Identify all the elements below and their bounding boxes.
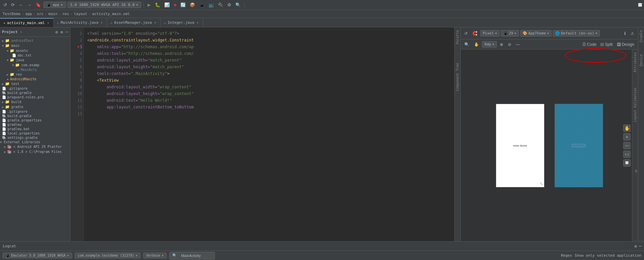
regex-label[interactable]: Regex — [561, 253, 572, 258]
toolbar-btn-bookmark[interactable]: 🔖 — [34, 2, 42, 8]
tab-mainactivity-java[interactable]: ☕ MainActivity.java × — [54, 18, 107, 27]
sidebar-gear-btn[interactable]: ⚙ — [61, 30, 63, 34]
tree-item-mainactivity[interactable]: ☕ MainActi — [0, 68, 70, 72]
logcat-label[interactable]: Logcat — [3, 244, 16, 248]
pixel-dropdown[interactable]: Pixel ▾ — [480, 30, 500, 36]
pan-btn[interactable]: ✋ — [472, 41, 481, 48]
toolbar-btn-forward[interactable]: → — [26, 2, 33, 8]
warnings-btn[interactable]: ⚠ — [629, 30, 636, 37]
profile-btn[interactable]: 📊 — [163, 2, 171, 8]
palette-tab[interactable]: Palette — [455, 27, 460, 47]
tab-close-btn[interactable]: × — [196, 21, 199, 24]
breadcrumb-main[interactable]: main — [49, 12, 58, 16]
attributes-tab[interactable]: Attributes — [633, 50, 638, 75]
locale-dropdown[interactable]: 🌐 Default (en-us) ▾ — [553, 30, 600, 36]
run-btn[interactable]: ▶ — [146, 2, 152, 8]
maximize-btn[interactable]: ⬜ — [638, 3, 642, 7]
toolbar-btn-refresh[interactable]: ↺ — [2, 2, 8, 8]
blueprint-preview[interactable] — [554, 104, 603, 187]
stop-btn[interactable]: ■ — [172, 2, 178, 8]
tree-item-abc-txt[interactable]: 📄 abc.txt — [0, 53, 70, 58]
fit-screen-btn[interactable]: ⬜ — [623, 159, 631, 167]
hand-tool-btn[interactable]: ✋ — [623, 124, 631, 132]
plugins-btn[interactable]: 🔌 — [217, 2, 225, 8]
tree-item-test[interactable]: ▶ 📁 test — [0, 81, 70, 86]
code-view-btn[interactable]: ☰ Code — [581, 41, 598, 48]
tree-item-jdk18[interactable]: ▶ 📚 < 1.8 > C:\Program Files — [0, 149, 70, 154]
tree-item-proguard[interactable]: 📄 proguard-rules.pro — [0, 95, 70, 99]
device-tab[interactable]: Device — [639, 52, 644, 69]
resize-grip[interactable]: ⤡ — [540, 181, 543, 186]
code-text[interactable]: <?xml version="1.0" encoding="utf-8"?> <… — [84, 27, 454, 241]
tab-close-btn[interactable]: × — [100, 21, 103, 24]
logcat-minimize-btn[interactable]: ─ — [639, 244, 641, 249]
sync-btn[interactable]: 🔄 — [179, 2, 187, 8]
dp-dropdown[interactable]: 0dp ▾ — [482, 41, 497, 48]
toolbar-btn-refresh2[interactable]: ⟳ — [10, 2, 16, 8]
tree-item-res[interactable]: ▶ 📁 res — [0, 72, 70, 77]
tab-integer-java[interactable]: ☕ Integer.java × — [161, 18, 203, 27]
tree-item-local-props[interactable]: 📄 local.properties — [0, 131, 70, 136]
design-view-btn[interactable]: 🖼 Design — [615, 41, 636, 48]
component-tree-tab[interactable]: Component Tree — [455, 60, 460, 94]
tree-item-root-gitignore[interactable]: 📄 .gitignore — [0, 109, 70, 114]
design-toolbar-magnet[interactable]: 🧲 — [471, 30, 479, 37]
breadcrumb-layout[interactable]: layout — [74, 12, 87, 16]
tree-item-assets[interactable]: ▼ 📁 assets — [0, 48, 70, 53]
breadcrumb-src[interactable]: src — [37, 12, 44, 16]
debug-btn[interactable]: 🐛 — [154, 2, 162, 8]
constraint-btn[interactable]: ⊕ — [498, 41, 505, 48]
tab-close-btn[interactable]: × — [154, 21, 157, 24]
emulator-dropdown[interactable]: 📱 Emulator 5.0_1080_1920_WVGA ▾ — [3, 253, 72, 258]
tree-item-com-examp[interactable]: ▼ 📁 com.examp — [0, 63, 70, 68]
tree-item-external-libs[interactable]: ▼ External Libraries — [0, 140, 70, 144]
logcat-settings-btn[interactable]: ⚙ — [635, 244, 637, 249]
zoom-in-btn[interactable]: + — [623, 133, 631, 141]
avd-btn[interactable]: 📺 — [207, 2, 215, 8]
tab-close-btn[interactable]: × — [47, 21, 50, 25]
api-dropdown[interactable]: 5.0 1080_1920 WVGA API 26 8.0 ▾ — [67, 2, 141, 8]
tab-activity-main-xml[interactable]: ✦ activity_main.xml × — [0, 18, 54, 27]
editor-conf[interactable]: ⚙ — [226, 2, 233, 8]
breadcrumb-app[interactable]: app — [25, 12, 32, 16]
sidebar-minimize-btn[interactable]: ─ — [66, 30, 68, 34]
tree-item-gitignore[interactable]: 📄 .gitignore — [0, 86, 70, 91]
tree-item-gradle-props[interactable]: 📄 gradle.properties — [0, 118, 70, 122]
device-mgr[interactable]: 📱 — [198, 2, 206, 8]
package-dropdown[interactable]: com.example.testdemo (31370) ▾ — [75, 253, 141, 258]
info-btn[interactable]: ℹ — [623, 30, 628, 37]
show-only-label[interactable]: Show only selected application — [575, 253, 641, 258]
tree-item-androidtest[interactable]: ▶ 📁 androidTest — [0, 38, 70, 43]
breadcrumb-res[interactable]: res — [62, 12, 69, 16]
zoom-out-btn[interactable]: ─ — [623, 142, 631, 149]
tree-item-settings-gradle[interactable]: 🐘 settings.gradle — [0, 136, 70, 140]
layout-validation-tab[interactable]: Layout Validation — [633, 85, 638, 124]
toolbar-btn-back[interactable]: ← — [17, 2, 24, 8]
zoom-btn[interactable]: 🔍 — [463, 41, 471, 48]
tree-item-gradle-folder[interactable]: ▶ 📁 gradle — [0, 104, 70, 109]
tree-item-java[interactable]: ▼ 📁 java — [0, 58, 70, 63]
design-preview[interactable]: Hello World — [496, 104, 544, 187]
api-dropdown[interactable]: 📱 29 ▾ — [501, 30, 519, 36]
design-toolbar-refresh[interactable]: ↺ — [463, 30, 469, 37]
tree-item-gradlew[interactable]: 📄 gradlew — [0, 122, 70, 127]
breadcrumb-file[interactable]: activity_main.xml — [92, 12, 130, 16]
app-dropdown[interactable]: 📱 app ▾ — [44, 2, 66, 8]
sdk-btn[interactable]: 📦 — [188, 2, 196, 8]
tree-item-manifest[interactable]: ✦ AndroidManife — [0, 77, 70, 81]
tab-assetmanager-java[interactable]: ☕ AssetManager.java × — [107, 18, 161, 27]
tree-item-gradlew-bat[interactable]: 📄 gradlew.bat — [0, 127, 70, 131]
tree-item-root-build-gradle[interactable]: 🐘 build.gradle — [0, 114, 70, 118]
sidebar-options-btn[interactable]: ⚙ — [55, 30, 58, 34]
tree-item-android-api29[interactable]: ▶ 📚 < Android API 29 Platfor — [0, 144, 70, 149]
search-btn[interactable]: 🔍 — [234, 2, 242, 8]
fit-btn[interactable]: 1:1 — [623, 151, 631, 158]
breadcrumb-testdemo[interactable]: TestDemo — [3, 12, 20, 16]
tree-item-build[interactable]: ▶ 📁 build — [0, 99, 70, 104]
align-btn[interactable]: ⊘ — [506, 41, 513, 48]
gradle-tab[interactable]: Gradle — [639, 27, 644, 45]
tree-item-build-gradle[interactable]: 🐘 build.gradle — [0, 91, 70, 95]
filter-search-input[interactable] — [178, 253, 212, 258]
tree-item-main[interactable]: ▼ 📁 main — [0, 43, 70, 48]
split-view-btn[interactable]: ⊟ Split — [599, 41, 614, 48]
